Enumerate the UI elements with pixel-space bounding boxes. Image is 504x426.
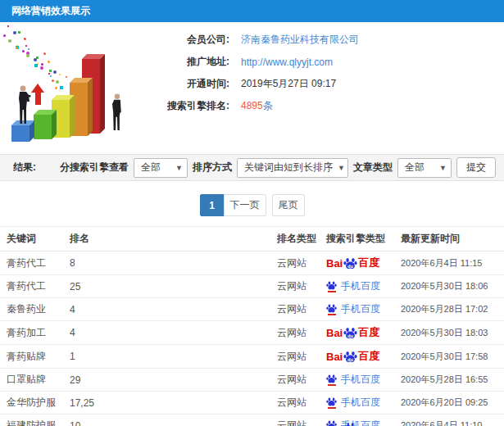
sort-select[interactable]: 关键词由短到长排序 ▼ <box>237 158 348 178</box>
table-row: 金华防护服 17,25 云网站 手机百度 2020年6月20日 09:25 <box>0 392 504 415</box>
mobile-baidu-label: 手机百度 <box>341 373 380 387</box>
table-row: 膏药贴牌 1 云网站 Baidu百度 2020年5月30日 17:58 <box>0 345 504 369</box>
marketing-chart-illustration <box>0 26 139 149</box>
table-row: 口罩贴牌 29 云网站 手机百度 2020年5月28日 16:55 <box>0 369 504 392</box>
updated-cell: 2020年6月4日 11:15 <box>401 252 504 275</box>
last-page-button[interactable]: 尾页 <box>272 194 305 216</box>
filter-controls: 分搜索引擎查看 全部 ▼ 排序方式 关键词由短到长排序 ▼ 文章类型 全部 ▼ … <box>60 157 496 178</box>
engine-cell: Baidu百度 <box>326 321 401 345</box>
mobile-baidu-label: 手机百度 <box>341 396 380 410</box>
company-link[interactable]: 济南秦鲁药业科技有限公司 <box>241 33 359 47</box>
baidu-logo-bai: Bai <box>326 257 343 270</box>
engine-filter-label: 分搜索引擎查看 <box>60 161 129 174</box>
engine-cell: 手机百度 <box>326 298 401 321</box>
mobile-baidu-logo: 手机百度 <box>326 373 380 387</box>
mobile-baidu-paw-icon <box>326 397 337 409</box>
promo-url-label: 推广地址: <box>139 55 229 69</box>
table-row: 膏药加工 4 云网站 Baidu百度 2020年5月30日 18:03 <box>0 321 504 345</box>
rank-link[interactable]: 4 <box>70 321 277 345</box>
engine-cell: 手机百度 <box>326 415 401 426</box>
keyword-cell: 口罩贴牌 <box>0 369 70 392</box>
chevron-down-icon: ▼ <box>175 164 183 172</box>
businessman-figure-right <box>108 93 125 133</box>
filter-bar: 结果: 分搜索引擎查看 全部 ▼ 排序方式 关键词由短到长排序 ▼ 文章类型 全… <box>0 154 504 181</box>
rank-link[interactable]: 29 <box>70 369 277 392</box>
rank-link[interactable]: 4 <box>70 298 277 321</box>
table-row: 膏药代工 8 云网站 Baidu百度 2020年6月4日 11:15 <box>0 252 504 275</box>
page-1-button[interactable]: 1 <box>200 194 225 216</box>
rank-count-unit: 条 <box>263 100 273 111</box>
baidu-paw-icon: du <box>343 350 357 364</box>
promo-url-link[interactable]: http://www.qlyyjt.com <box>241 57 333 68</box>
page-title: 网络营销效果展示 <box>11 4 90 18</box>
rank-link[interactable]: 25 <box>70 275 277 298</box>
sort-value: 关键词由短到长排序 <box>244 161 333 174</box>
info-row-company: 会员公司: 济南秦鲁药业科技有限公司 <box>139 29 500 51</box>
keyword-rank-table: 关键词 排名 排名类型 搜索引擎类型 最新更新时间 膏药代工 8 云网站 Bai… <box>0 226 504 426</box>
mobile-baidu-paw-icon <box>326 303 337 315</box>
open-time-value: 2019年5月27日 09:17 <box>241 77 336 91</box>
info-row-rank-count: 搜索引擎排名: 4895条 <box>139 95 500 117</box>
article-type-select[interactable]: 全部 ▼ <box>397 158 452 178</box>
svg-text:du: du <box>347 357 353 362</box>
engine-filter-select[interactable]: 全部 ▼ <box>134 158 188 178</box>
baidu-paw-icon <box>326 397 337 407</box>
submit-button[interactable]: 提交 <box>456 157 496 178</box>
rank-type-cell: 云网站 <box>277 369 326 392</box>
keyword-cell: 秦鲁药业 <box>0 298 70 321</box>
baidu-paw-icon: du <box>343 326 357 340</box>
pagination: 1 下一页 尾页 <box>0 194 504 216</box>
baidu-logo: Baidu百度 <box>326 325 379 340</box>
engine-cell: 手机百度 <box>326 369 401 392</box>
mobile-baidu-paw-icon <box>326 280 337 292</box>
keyword-cell: 金华防护服 <box>0 392 70 415</box>
col-engine-type: 搜索引擎类型 <box>326 227 401 252</box>
engine-cell: Baidu百度 <box>326 252 401 275</box>
info-section: 会员公司: 济南秦鲁药业科技有限公司 推广地址: http://www.qlyy… <box>0 22 504 154</box>
mobile-baidu-paw-icon <box>326 374 337 386</box>
next-page-button[interactable]: 下一页 <box>224 194 266 216</box>
rank-link[interactable]: 17,25 <box>70 392 277 415</box>
mobile-baidu-logo: 手机百度 <box>326 396 380 410</box>
keyword-cell: 膏药贴牌 <box>0 345 70 369</box>
rank-link[interactable]: 8 <box>70 252 277 275</box>
result-label: 结果: <box>13 161 36 174</box>
col-updated: 最新更新时间 <box>401 227 504 252</box>
col-rank-type: 排名类型 <box>277 227 326 252</box>
baidu-logo-cn: 百度 <box>358 256 379 270</box>
table-row: 膏药代工 25 云网站 手机百度 2020年5月30日 18:06 <box>0 275 504 298</box>
article-type-value: 全部 <box>405 161 425 174</box>
partial-next-row-engine-icon <box>345 421 356 426</box>
engine-cell: Baidu百度 <box>326 345 401 369</box>
rank-count-value: 4895条 <box>241 99 273 113</box>
updated-cell: 2020年5月30日 18:03 <box>401 321 504 345</box>
keyword-cell: 膏药加工 <box>0 321 70 345</box>
rank-type-cell: 云网站 <box>277 392 326 415</box>
mobile-baidu-label: 手机百度 <box>341 302 380 316</box>
updated-cell: 2020年5月28日 16:55 <box>401 369 504 392</box>
growth-arrow-icon <box>31 84 44 105</box>
updated-cell: 2020年5月28日 17:02 <box>401 298 504 321</box>
keyword-cell: 福建防护服 <box>0 415 70 426</box>
rank-link[interactable]: 10 <box>70 415 277 426</box>
baidu-logo-cn: 百度 <box>358 325 379 340</box>
mobile-baidu-logo: 手机百度 <box>326 279 380 293</box>
baidu-paw-icon <box>326 374 337 384</box>
rank-type-cell: 云网站 <box>277 415 326 426</box>
rank-type-cell: 云网站 <box>277 275 326 298</box>
col-rank: 排名 <box>70 227 277 252</box>
svg-text:du: du <box>347 264 353 269</box>
sort-label: 排序方式 <box>193 161 232 174</box>
rank-type-cell: 云网站 <box>277 298 326 321</box>
table-row: 福建防护服 10 云网站 手机百度 2020年6月4日 11:10 <box>0 415 504 426</box>
businessman-figure-left <box>16 85 32 126</box>
mobile-baidu-logo: 手机百度 <box>326 302 380 316</box>
engine-cell: 手机百度 <box>326 275 401 298</box>
engine-filter-value: 全部 <box>141 161 161 174</box>
col-keyword: 关键词 <box>0 227 70 252</box>
svg-text:du: du <box>347 333 353 338</box>
info-row-open-time: 开通时间: 2019年5月27日 09:17 <box>139 73 500 95</box>
rank-count-label: 搜索引擎排名: <box>139 99 229 113</box>
info-row-url: 推广地址: http://www.qlyyjt.com <box>139 51 500 73</box>
rank-link[interactable]: 1 <box>70 345 277 369</box>
